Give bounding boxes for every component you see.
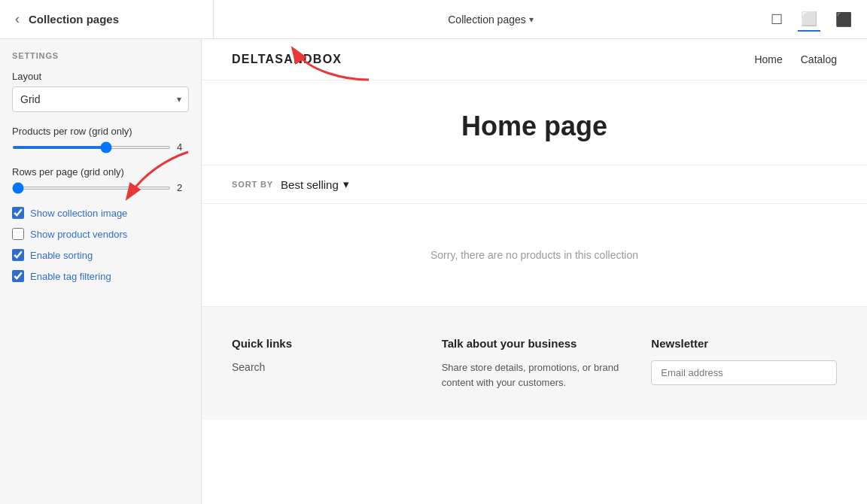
rows-per-page-label: Rows per page (grid only) bbox=[12, 166, 189, 178]
collection-pages-dropdown-button[interactable]: Collection pages ▾ bbox=[448, 14, 534, 26]
rows-per-page-row: 2 bbox=[12, 182, 189, 193]
layout-select[interactable]: Grid List bbox=[12, 87, 189, 112]
hero-title: Home page bbox=[217, 111, 852, 142]
nav-links: Home Catalog bbox=[754, 53, 837, 65]
back-button[interactable]: ‹ bbox=[12, 8, 23, 30]
rows-per-page-section: Rows per page (grid only) 2 bbox=[12, 166, 189, 193]
show-collection-image-row: Show collection image bbox=[12, 207, 189, 219]
show-collection-image-label[interactable]: Show collection image bbox=[30, 208, 127, 219]
footer-about-title: Talk about your business bbox=[442, 337, 628, 350]
sidebar-title: Collection pages bbox=[29, 13, 119, 26]
layout-select-wrapper: Grid List ▾ bbox=[12, 87, 189, 112]
enable-tag-filtering-checkbox[interactable] bbox=[12, 270, 24, 282]
footer-newsletter-col: Newsletter bbox=[651, 337, 837, 390]
footer-about-text: Share store details, promotions, or bran… bbox=[442, 360, 628, 390]
chevron-down-icon: ▾ bbox=[529, 14, 534, 25]
enable-tag-filtering-label[interactable]: Enable tag filtering bbox=[30, 271, 111, 282]
show-product-vendors-row: Show product vendors bbox=[12, 228, 189, 240]
top-bar: ‹ Collection pages Collection pages ▾ ☐ … bbox=[0, 0, 867, 39]
tablet-view-button[interactable]: ⬜ bbox=[798, 8, 820, 32]
preview-pane: DELTASANDBOX Home Catalog Home page SORT… bbox=[202, 39, 867, 504]
rows-per-page-value: 2 bbox=[177, 182, 189, 193]
collection-pages-label: Collection pages bbox=[448, 14, 526, 26]
sort-select[interactable]: Best selling ▾ bbox=[281, 178, 349, 191]
footer-search-link[interactable]: Search bbox=[232, 361, 265, 373]
products-per-row-slider[interactable] bbox=[12, 146, 171, 149]
nav-link-home[interactable]: Home bbox=[754, 53, 782, 65]
layout-label: Layout bbox=[12, 71, 189, 82]
sort-by-label: SORT BY bbox=[232, 180, 273, 189]
email-input[interactable] bbox=[651, 360, 837, 385]
products-per-row-value: 4 bbox=[177, 141, 189, 153]
top-bar-right: ☐ ⬜ ⬛ bbox=[768, 8, 855, 32]
show-product-vendors-label[interactable]: Show product vendors bbox=[30, 229, 127, 240]
sort-bar: SORT BY Best selling ▾ bbox=[202, 165, 867, 204]
enable-sorting-label[interactable]: Enable sorting bbox=[30, 250, 93, 261]
products-per-row-label: Products per row (grid only) bbox=[12, 126, 189, 137]
store-nav: DELTASANDBOX Home Catalog bbox=[202, 39, 867, 80]
rows-per-page-slider[interactable] bbox=[12, 187, 171, 190]
products-per-row-section: Products per row (grid only) 4 bbox=[12, 126, 189, 153]
sidebar: SETTINGS Layout Grid List ▾ Products per… bbox=[0, 39, 202, 504]
enable-sorting-checkbox[interactable] bbox=[12, 249, 24, 261]
products-per-row-row: 4 bbox=[12, 141, 189, 153]
sort-value: Best selling bbox=[281, 178, 339, 191]
top-bar-left: ‹ Collection pages bbox=[12, 0, 214, 38]
main-layout: SETTINGS Layout Grid List ▾ Products per… bbox=[0, 39, 867, 504]
empty-collection-message: Sorry, there are no products in this col… bbox=[202, 204, 867, 307]
sort-chevron-icon: ▾ bbox=[343, 178, 349, 191]
footer-quick-links: Quick links Search bbox=[232, 337, 418, 390]
enable-tag-filtering-row: Enable tag filtering bbox=[12, 270, 189, 282]
brand-name: DELTASANDBOX bbox=[232, 53, 342, 66]
enable-sorting-row: Enable sorting bbox=[12, 249, 189, 261]
show-product-vendors-checkbox[interactable] bbox=[12, 228, 24, 240]
nav-link-catalog[interactable]: Catalog bbox=[801, 53, 837, 65]
footer: Quick links Search Talk about your busin… bbox=[202, 307, 867, 420]
footer-about-col: Talk about your business Share store det… bbox=[442, 337, 628, 390]
top-bar-center: Collection pages ▾ bbox=[223, 14, 759, 26]
settings-section-label: SETTINGS bbox=[12, 51, 189, 60]
preview-hero: Home page bbox=[202, 80, 867, 165]
mobile-view-button[interactable]: ☐ bbox=[768, 8, 786, 31]
widescreen-view-button[interactable]: ⬛ bbox=[832, 8, 855, 31]
footer-quick-links-title: Quick links bbox=[232, 337, 418, 350]
show-collection-image-checkbox[interactable] bbox=[12, 207, 24, 219]
footer-newsletter-title: Newsletter bbox=[651, 337, 837, 350]
